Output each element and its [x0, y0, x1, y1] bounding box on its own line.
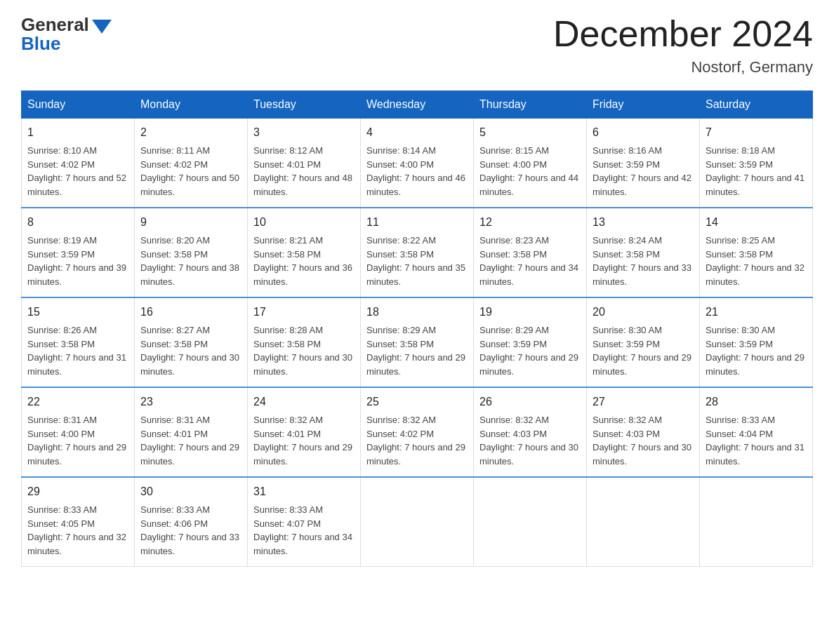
calendar-cell — [700, 477, 813, 567]
day-info: Sunrise: 8:31 AMSunset: 4:01 PMDaylight:… — [140, 415, 239, 467]
day-info: Sunrise: 8:32 AMSunset: 4:03 PMDaylight:… — [593, 415, 691, 467]
day-info: Sunrise: 8:33 AMSunset: 4:07 PMDaylight:… — [253, 504, 352, 556]
day-number: 12 — [479, 214, 581, 231]
day-info: Sunrise: 8:19 AMSunset: 3:59 PMDaylight:… — [27, 235, 126, 287]
calendar-cell: 30Sunrise: 8:33 AMSunset: 4:06 PMDayligh… — [135, 477, 248, 567]
calendar-cell: 23Sunrise: 8:31 AMSunset: 4:01 PMDayligh… — [135, 387, 248, 477]
day-info: Sunrise: 8:26 AMSunset: 3:58 PMDaylight:… — [27, 325, 126, 377]
calendar-cell: 2Sunrise: 8:11 AMSunset: 4:02 PMDaylight… — [135, 119, 248, 208]
day-number: 21 — [706, 304, 807, 321]
day-info: Sunrise: 8:31 AMSunset: 4:00 PMDaylight:… — [27, 415, 126, 467]
day-number: 3 — [253, 124, 355, 141]
day-number: 2 — [140, 124, 241, 141]
calendar-cell: 15Sunrise: 8:26 AMSunset: 3:58 PMDayligh… — [22, 297, 135, 387]
weekday-header-friday: Friday — [587, 91, 700, 119]
calendar-cell: 13Sunrise: 8:24 AMSunset: 3:58 PMDayligh… — [587, 208, 700, 297]
calendar-cell: 4Sunrise: 8:14 AMSunset: 4:00 PMDaylight… — [361, 119, 474, 208]
calendar-cell: 3Sunrise: 8:12 AMSunset: 4:01 PMDaylight… — [248, 119, 361, 208]
day-number: 17 — [253, 304, 355, 321]
day-number: 26 — [479, 394, 581, 410]
day-info: Sunrise: 8:12 AMSunset: 4:01 PMDaylight:… — [253, 145, 352, 197]
day-info: Sunrise: 8:21 AMSunset: 3:58 PMDaylight:… — [253, 235, 352, 287]
day-info: Sunrise: 8:25 AMSunset: 3:58 PMDaylight:… — [706, 235, 805, 287]
weekday-header-sunday: Sunday — [22, 91, 135, 119]
day-info: Sunrise: 8:33 AMSunset: 4:06 PMDaylight:… — [140, 504, 239, 556]
day-number: 22 — [27, 394, 128, 410]
day-info: Sunrise: 8:24 AMSunset: 3:58 PMDaylight:… — [593, 235, 691, 287]
day-info: Sunrise: 8:29 AMSunset: 3:58 PMDaylight:… — [366, 325, 465, 377]
calendar-body: 1Sunrise: 8:10 AMSunset: 4:02 PMDaylight… — [22, 119, 813, 567]
day-number: 15 — [27, 304, 128, 321]
day-number: 20 — [593, 304, 694, 321]
day-number: 23 — [140, 394, 241, 410]
day-number: 16 — [140, 304, 241, 321]
calendar-week-row: 8Sunrise: 8:19 AMSunset: 3:59 PMDaylight… — [22, 208, 813, 297]
day-info: Sunrise: 8:10 AMSunset: 4:02 PMDaylight:… — [27, 145, 126, 197]
page-subtitle: Nostorf, Germany — [553, 58, 813, 76]
day-number: 14 — [706, 214, 807, 231]
calendar-cell — [474, 477, 587, 567]
calendar-cell: 1Sunrise: 8:10 AMSunset: 4:02 PMDaylight… — [22, 119, 135, 208]
calendar-cell: 29Sunrise: 8:33 AMSunset: 4:05 PMDayligh… — [22, 477, 135, 567]
day-number: 24 — [253, 394, 355, 410]
day-info: Sunrise: 8:32 AMSunset: 4:01 PMDaylight:… — [253, 415, 352, 467]
calendar-cell: 9Sunrise: 8:20 AMSunset: 3:58 PMDaylight… — [135, 208, 248, 297]
calendar-cell: 7Sunrise: 8:18 AMSunset: 3:59 PMDaylight… — [700, 119, 813, 208]
calendar-cell: 22Sunrise: 8:31 AMSunset: 4:00 PMDayligh… — [22, 387, 135, 477]
weekday-header-thursday: Thursday — [474, 91, 587, 119]
title-block: December 2024 Nostorf, Germany — [553, 14, 813, 76]
day-info: Sunrise: 8:23 AMSunset: 3:58 PMDaylight:… — [479, 235, 578, 287]
page-header: General Blue December 2024 Nostorf, Germ… — [21, 14, 813, 76]
day-number: 13 — [593, 214, 694, 231]
day-info: Sunrise: 8:18 AMSunset: 3:59 PMDaylight:… — [706, 145, 805, 197]
day-info: Sunrise: 8:30 AMSunset: 3:59 PMDaylight:… — [593, 325, 691, 377]
day-number: 10 — [253, 214, 355, 231]
weekday-header-saturday: Saturday — [700, 91, 813, 119]
day-number: 7 — [706, 124, 807, 141]
weekday-header-monday: Monday — [135, 91, 248, 119]
day-number: 1 — [27, 124, 128, 141]
day-number: 4 — [366, 124, 468, 141]
day-number: 30 — [140, 483, 241, 500]
calendar-cell — [361, 477, 474, 567]
day-info: Sunrise: 8:32 AMSunset: 4:03 PMDaylight:… — [479, 415, 578, 467]
calendar-cell: 28Sunrise: 8:33 AMSunset: 4:04 PMDayligh… — [700, 387, 813, 477]
day-info: Sunrise: 8:16 AMSunset: 3:59 PMDaylight:… — [593, 145, 691, 197]
calendar-cell: 21Sunrise: 8:30 AMSunset: 3:59 PMDayligh… — [700, 297, 813, 387]
calendar-cell: 8Sunrise: 8:19 AMSunset: 3:59 PMDaylight… — [22, 208, 135, 297]
calendar-cell: 25Sunrise: 8:32 AMSunset: 4:02 PMDayligh… — [361, 387, 474, 477]
calendar-week-row: 15Sunrise: 8:26 AMSunset: 3:58 PMDayligh… — [22, 297, 813, 387]
calendar-cell: 19Sunrise: 8:29 AMSunset: 3:59 PMDayligh… — [474, 297, 587, 387]
calendar-cell: 24Sunrise: 8:32 AMSunset: 4:01 PMDayligh… — [248, 387, 361, 477]
calendar-cell: 31Sunrise: 8:33 AMSunset: 4:07 PMDayligh… — [248, 477, 361, 567]
page-title: December 2024 — [553, 14, 813, 54]
logo-blue-text: Blue — [21, 33, 60, 55]
calendar-cell: 10Sunrise: 8:21 AMSunset: 3:58 PMDayligh… — [248, 208, 361, 297]
calendar-cell: 27Sunrise: 8:32 AMSunset: 4:03 PMDayligh… — [587, 387, 700, 477]
logo-triangle-icon — [92, 20, 112, 34]
day-info: Sunrise: 8:33 AMSunset: 4:04 PMDaylight:… — [706, 415, 805, 467]
day-number: 11 — [366, 214, 468, 231]
calendar-cell: 6Sunrise: 8:16 AMSunset: 3:59 PMDaylight… — [587, 119, 700, 208]
day-info: Sunrise: 8:28 AMSunset: 3:58 PMDaylight:… — [253, 325, 352, 377]
calendar-cell: 14Sunrise: 8:25 AMSunset: 3:58 PMDayligh… — [700, 208, 813, 297]
calendar-cell: 12Sunrise: 8:23 AMSunset: 3:58 PMDayligh… — [474, 208, 587, 297]
calendar-week-row: 22Sunrise: 8:31 AMSunset: 4:00 PMDayligh… — [22, 387, 813, 477]
day-info: Sunrise: 8:30 AMSunset: 3:59 PMDaylight:… — [706, 325, 805, 377]
day-number: 18 — [366, 304, 468, 321]
day-number: 6 — [593, 124, 694, 141]
day-number: 8 — [27, 214, 128, 231]
calendar-table: SundayMondayTuesdayWednesdayThursdayFrid… — [21, 90, 813, 567]
day-info: Sunrise: 8:20 AMSunset: 3:58 PMDaylight:… — [140, 235, 239, 287]
calendar-header: SundayMondayTuesdayWednesdayThursdayFrid… — [22, 91, 813, 119]
calendar-cell — [587, 477, 700, 567]
day-info: Sunrise: 8:22 AMSunset: 3:58 PMDaylight:… — [366, 235, 465, 287]
day-number: 5 — [479, 124, 581, 141]
day-number: 19 — [479, 304, 581, 321]
day-number: 9 — [140, 214, 241, 231]
day-info: Sunrise: 8:29 AMSunset: 3:59 PMDaylight:… — [479, 325, 578, 377]
day-number: 27 — [593, 394, 694, 410]
calendar-cell: 20Sunrise: 8:30 AMSunset: 3:59 PMDayligh… — [587, 297, 700, 387]
day-info: Sunrise: 8:27 AMSunset: 3:58 PMDaylight:… — [140, 325, 239, 377]
weekday-header-tuesday: Tuesday — [248, 91, 361, 119]
